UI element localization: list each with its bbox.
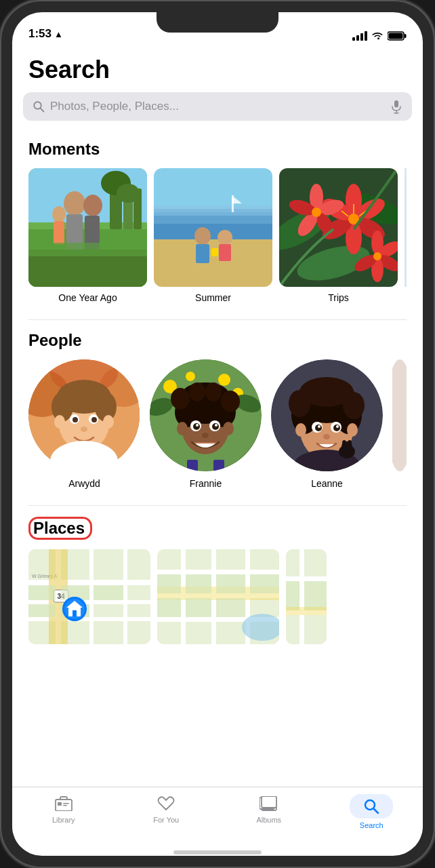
svg-point-74 xyxy=(103,415,114,429)
tab-search[interactable]: Search xyxy=(320,794,423,829)
person-name-frannie: Frannie xyxy=(190,478,222,489)
svg-point-87 xyxy=(218,374,230,386)
svg-point-61 xyxy=(373,252,381,260)
svg-rect-147 xyxy=(94,585,123,600)
moment-label-summer: Summer xyxy=(195,292,231,303)
svg-rect-21 xyxy=(54,221,64,245)
places-title: Places xyxy=(33,519,85,537)
map-thumb-area3[interactable] xyxy=(286,549,327,644)
moment-label-trips: Trips xyxy=(328,292,349,303)
svg-rect-27 xyxy=(154,205,272,212)
svg-point-117 xyxy=(289,390,310,417)
svg-point-126 xyxy=(336,425,339,428)
svg-rect-154 xyxy=(72,610,77,616)
person-avatar-arwydd xyxy=(28,359,140,471)
svg-point-16 xyxy=(64,191,85,216)
person-avatar-frannie xyxy=(150,359,262,471)
svg-point-31 xyxy=(194,227,211,245)
svg-point-98 xyxy=(205,382,222,401)
svg-rect-15 xyxy=(133,189,142,229)
places-section: Places xyxy=(12,511,423,650)
svg-rect-176 xyxy=(304,581,327,610)
svg-point-125 xyxy=(318,425,320,428)
bottom-spacer xyxy=(12,650,423,663)
svg-rect-169 xyxy=(216,598,245,617)
svg-rect-175 xyxy=(286,581,299,610)
svg-rect-163 xyxy=(157,574,181,593)
map-thumb-area2[interactable] xyxy=(157,549,279,644)
svg-point-132 xyxy=(348,440,352,446)
svg-point-127 xyxy=(323,434,330,439)
person-name-leanne: Leanne xyxy=(311,478,343,489)
svg-rect-139 xyxy=(89,549,94,644)
svg-rect-145 xyxy=(28,585,56,600)
people-section: People xyxy=(12,326,423,505)
svg-point-55 xyxy=(312,208,321,217)
svg-rect-180 xyxy=(63,803,69,804)
svg-point-119 xyxy=(295,423,306,437)
people-title: People xyxy=(12,326,423,359)
svg-rect-177 xyxy=(286,607,327,615)
moment-item[interactable]: Trips xyxy=(279,168,398,303)
svg-rect-1 xyxy=(405,34,407,38)
tab-library[interactable]: Library xyxy=(12,794,115,824)
svg-point-96 xyxy=(221,391,240,412)
person-item-leanne[interactable]: Leanne xyxy=(271,359,383,489)
svg-point-78 xyxy=(91,417,97,422)
svg-point-77 xyxy=(72,417,78,422)
microphone-icon[interactable] xyxy=(390,99,402,114)
battery-icon xyxy=(388,31,407,41)
divider-people-places xyxy=(28,505,407,506)
notch xyxy=(157,12,278,33)
location-icon: ▲ xyxy=(54,29,63,39)
svg-rect-32 xyxy=(196,244,209,263)
svg-rect-140 xyxy=(123,549,127,644)
svg-rect-168 xyxy=(186,598,211,617)
tab-library-icon xyxy=(54,794,73,813)
moment-thumb-trips xyxy=(279,168,398,287)
tab-albums[interactable]: Albums xyxy=(218,794,320,824)
status-time: 1:53 ▲ xyxy=(28,27,63,41)
wifi-icon xyxy=(371,31,384,41)
moment-item[interactable] xyxy=(405,168,407,303)
tab-albums-icon xyxy=(260,794,278,813)
svg-rect-108 xyxy=(187,460,198,471)
svg-point-105 xyxy=(196,424,199,427)
tab-search-active-bg xyxy=(350,794,393,818)
svg-rect-35 xyxy=(211,248,218,256)
tab-search-label: Search xyxy=(360,821,384,829)
svg-rect-179 xyxy=(58,802,62,806)
page-title: Search xyxy=(12,45,423,92)
svg-rect-23 xyxy=(28,243,147,256)
svg-rect-156 xyxy=(157,570,279,574)
svg-point-95 xyxy=(171,388,190,410)
places-maps-row: W Grimes A 34 xyxy=(12,549,423,644)
person-item-partial[interactable] xyxy=(392,359,407,489)
tab-bar: Library For You xyxy=(12,787,423,846)
tab-foryou-icon xyxy=(157,794,175,813)
tab-foryou[interactable]: For You xyxy=(115,794,218,824)
search-bar[interactable]: Photos, People, Places... xyxy=(23,92,412,121)
moments-section: Moments xyxy=(12,134,423,319)
person-item-frannie[interactable]: Frannie xyxy=(150,359,262,489)
map-thumb-home[interactable]: W Grimes A 34 xyxy=(28,549,150,644)
search-icon xyxy=(33,100,45,113)
svg-point-131 xyxy=(342,440,346,446)
moment-item[interactable]: Summer xyxy=(154,168,272,303)
home-indicator xyxy=(173,850,262,854)
people-row: Arwydd xyxy=(12,359,423,500)
svg-point-79 xyxy=(81,427,87,432)
person-item-arwydd[interactable]: Arwydd xyxy=(28,359,140,489)
moments-row: One Year Ago xyxy=(12,168,423,314)
signal-bars-icon xyxy=(352,31,367,41)
places-highlight: Places xyxy=(28,517,92,540)
status-icons xyxy=(352,31,407,41)
svg-line-186 xyxy=(374,809,379,814)
moment-item[interactable]: One Year Ago xyxy=(28,168,147,303)
svg-point-20 xyxy=(52,206,66,222)
svg-point-97 xyxy=(189,382,205,401)
svg-rect-181 xyxy=(63,805,67,806)
phone-screen: 1:53 ▲ xyxy=(12,12,423,856)
person-avatar-leanne xyxy=(271,359,383,471)
svg-line-4 xyxy=(41,108,44,112)
